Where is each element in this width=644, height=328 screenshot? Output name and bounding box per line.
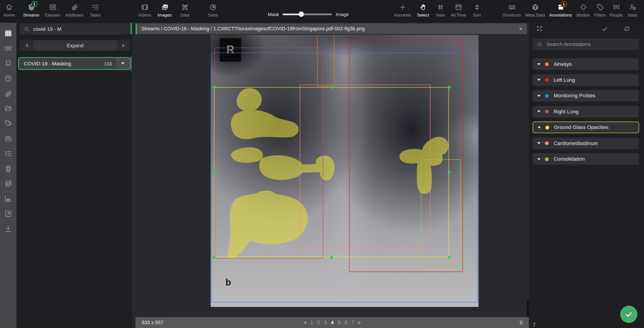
chevron-down-icon[interactable] xyxy=(537,158,541,160)
rail-toolbox[interactable] xyxy=(4,131,12,146)
collapse-right-button[interactable] xyxy=(117,40,131,51)
tool-annotate[interactable]: Annotate xyxy=(391,3,414,18)
tool-view[interactable]: View xyxy=(433,3,448,18)
annotation-class-airways[interactable]: Airways xyxy=(533,58,639,70)
rail-analytics[interactable] xyxy=(4,191,12,206)
tool-select[interactable]: Select xyxy=(415,3,431,18)
stats-pie-icon xyxy=(209,4,217,11)
rail-folders[interactable] xyxy=(4,101,12,116)
annotation-search[interactable] xyxy=(533,39,639,50)
nav-streams[interactable]: 1 Streams xyxy=(20,3,42,18)
expand-button[interactable]: Expand xyxy=(34,40,117,51)
resize-handle[interactable] xyxy=(448,256,450,259)
nav-user-stats[interactable]: Stats xyxy=(624,3,641,18)
mask-opacity-control: Mask Image xyxy=(268,12,349,17)
chevron-down-icon[interactable] xyxy=(538,126,541,128)
resize-handle[interactable] xyxy=(212,86,216,89)
page-1[interactable]: 1 xyxy=(310,320,313,325)
nav-tasks[interactable]: Tasks xyxy=(87,3,104,18)
panel-scrollbar-thumb-top[interactable] xyxy=(131,22,132,34)
page-4[interactable]: 4 xyxy=(331,320,334,325)
stream-search[interactable] xyxy=(20,24,130,34)
approve-annotations-button[interactable] xyxy=(601,26,608,32)
nav-videos[interactable]: Videos xyxy=(136,3,154,18)
collapse-left-button[interactable] xyxy=(20,40,34,51)
tool-sort[interactable]: Sort xyxy=(470,3,484,18)
page-6[interactable]: 6 xyxy=(344,320,347,325)
stream-dropdown-toggle[interactable] xyxy=(116,58,130,69)
nav-stats-media[interactable]: Stats xyxy=(205,3,221,18)
page-3[interactable]: 3 xyxy=(324,320,327,325)
annotation-class-cardiomediastinum[interactable]: Cardiomediastinum xyxy=(533,138,639,149)
chevron-down-icon[interactable] xyxy=(537,63,541,65)
resize-handle[interactable] xyxy=(448,171,450,174)
nav-meta-data[interactable]: Meta Data xyxy=(523,3,547,18)
xray-image[interactable]: R b xyxy=(211,35,478,307)
resize-handle[interactable] xyxy=(330,86,333,89)
close-image-button[interactable]: × xyxy=(517,24,524,34)
rail-devices[interactable] xyxy=(4,161,12,176)
complete-button[interactable] xyxy=(620,306,638,322)
class-color-dot xyxy=(545,78,548,82)
mask-opacity-slider[interactable] xyxy=(283,12,332,17)
nav-annotations[interactable]: 1 Annotations xyxy=(547,3,574,18)
rail-bookmarks[interactable] xyxy=(4,56,12,71)
mask-slider-track[interactable] xyxy=(283,14,332,15)
rail-apps-grid[interactable] xyxy=(4,26,12,41)
keyboard-icon xyxy=(508,4,516,11)
stream-item-covid19-masking[interactable]: COVID-19 - Masking 133 xyxy=(18,57,131,70)
annotation-search-input[interactable] xyxy=(546,42,635,47)
rail-download[interactable] xyxy=(4,221,12,236)
rail-attachments[interactable] xyxy=(4,86,12,101)
resize-handle[interactable] xyxy=(212,256,216,259)
chevron-down-icon[interactable] xyxy=(537,110,541,113)
annotation-class-consolidation[interactable]: Consolidation xyxy=(533,153,639,165)
metadata-icon xyxy=(531,4,539,11)
annotation-class-list: Airways Left Lung Monitoring Probes Righ… xyxy=(533,58,639,169)
annotation-class-right-lung[interactable]: Right Lung xyxy=(533,106,639,118)
nav-attributes[interactable]: Attributes xyxy=(62,3,86,18)
rail-help[interactable] xyxy=(4,71,12,86)
nav-shortcuts[interactable]: Shortcuts xyxy=(500,3,523,18)
annotation-class-ground-glass-opacities[interactable]: Ground Glass Opacities xyxy=(533,122,639,133)
images-icon xyxy=(161,4,169,11)
rail-tags[interactable] xyxy=(4,116,12,131)
nav-models[interactable]: Models xyxy=(574,3,592,18)
rail-people[interactable] xyxy=(4,41,12,56)
resize-handle[interactable] xyxy=(212,171,216,174)
rail-gallery[interactable] xyxy=(4,176,12,191)
page-2[interactable]: 2 xyxy=(317,320,320,325)
prev-page-button[interactable]: ◀ xyxy=(304,320,306,324)
nav-data[interactable]: Data xyxy=(176,3,193,18)
bbox-airways[interactable] xyxy=(317,35,334,87)
next-page-button[interactable]: ▶ xyxy=(358,320,361,324)
view-settings-button[interactable] xyxy=(518,319,524,326)
hide-annotations-button[interactable] xyxy=(624,25,630,32)
annotation-class-monitoring-probes[interactable]: Monitoring Probes xyxy=(533,90,639,102)
chevron-left-icon xyxy=(26,44,28,48)
fit-to-screen-button[interactable] xyxy=(536,25,543,32)
resize-handle[interactable] xyxy=(330,256,333,259)
rail-checklist[interactable] xyxy=(4,146,12,161)
tool-all-time[interactable]: All Time xyxy=(448,3,468,18)
canvas-scrollbar[interactable] xyxy=(527,300,529,318)
chevron-down-icon[interactable] xyxy=(537,142,541,144)
nav-images[interactable]: Images xyxy=(155,3,174,18)
nav-classes[interactable]: Classes xyxy=(43,3,62,18)
rail-external-link[interactable] xyxy=(4,206,12,221)
nav-filters[interactable]: Filters xyxy=(592,3,608,18)
panel-scrollbar-thumb[interactable] xyxy=(131,56,132,72)
nav-home[interactable]: Home xyxy=(1,3,18,18)
bbox-ground-glass-opacities[interactable] xyxy=(214,87,449,257)
nav-people[interactable]: People xyxy=(608,3,624,18)
page-7[interactable]: 7 xyxy=(352,320,354,325)
mask-slider-knob[interactable] xyxy=(298,12,304,17)
select-hand-icon xyxy=(419,4,427,11)
chevron-down-icon[interactable] xyxy=(537,79,541,81)
stream-search-input[interactable] xyxy=(33,26,126,32)
annotation-class-left-lung[interactable]: Left Lung xyxy=(533,74,639,86)
chevron-down-icon[interactable] xyxy=(537,95,541,97)
resize-handle[interactable] xyxy=(448,86,450,89)
image-canvas[interactable]: Streams / COVID-19 - Masking / 1.CXRCTTh… xyxy=(132,22,529,328)
page-5[interactable]: 5 xyxy=(338,320,340,325)
